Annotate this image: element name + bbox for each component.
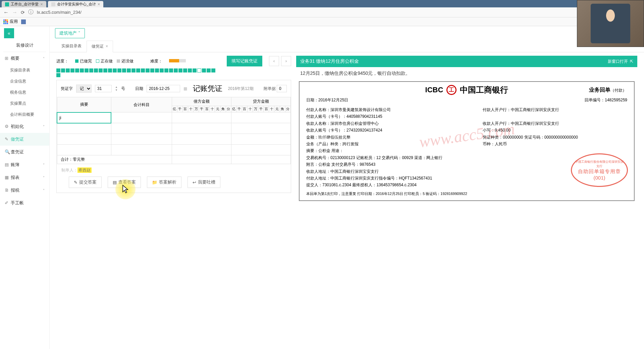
progress-block[interactable]	[155, 68, 159, 72]
progress-block[interactable]	[174, 68, 178, 72]
browser-tab-2[interactable]: 会计学堂实操中心_会计 ×	[48, 1, 104, 7]
close-icon[interactable]: ×	[40, 2, 43, 7]
sidebar-item-overview[interactable]: ⊞ 概要 ˄	[0, 52, 49, 65]
prev-button[interactable]: ‹	[269, 56, 279, 66]
progress-block[interactable]	[202, 68, 206, 72]
progress-block[interactable]	[80, 68, 84, 72]
reload-icon[interactable]: ⟳	[21, 10, 25, 15]
progress-block[interactable]	[56, 68, 60, 72]
collapse-sidebar-button[interactable]: «	[4, 28, 14, 38]
subject-cell-1[interactable]	[111, 112, 172, 123]
number-down-icon[interactable]: ▼	[115, 89, 118, 92]
date-label: 日期	[135, 86, 143, 92]
summary-input[interactable]	[58, 114, 110, 121]
feedback-button[interactable]: ↩我要吐槽	[187, 177, 220, 188]
progress-block[interactable]	[122, 68, 126, 72]
tab-catalog[interactable]: 实操目录表	[56, 40, 87, 52]
progress-block[interactable]	[141, 68, 145, 72]
col-credit: 贷方金额	[231, 97, 290, 106]
url-text[interactable]: lx.acc5.com/main_234/	[37, 10, 633, 15]
sidebar-sub-company[interactable]: 企业信息	[0, 76, 49, 87]
voucher-form: 凭证字 记 ▲ ▼ 号 日期 ▦ 记账凭证 2016年第12期 附单据	[56, 80, 291, 193]
progress-block[interactable]	[188, 68, 192, 72]
forward-icon[interactable]: →	[12, 9, 17, 15]
apps-button[interactable]: 应用	[3, 19, 18, 24]
sidebar-sub-catalog[interactable]: 实操目录表	[0, 65, 49, 76]
sidebar: « 装修设计 ⊞ 概要 ˄ 实操目录表 企业信息 税务信息 实操重点 会计科目概…	[0, 26, 50, 349]
debit-cell-1[interactable]	[172, 112, 231, 123]
progress-block[interactable]	[61, 68, 65, 72]
progress-block[interactable]	[211, 68, 215, 72]
close-icon[interactable]: ×	[98, 2, 100, 7]
voucher-prefix-select[interactable]: 记	[76, 85, 92, 93]
fill-voucher-button[interactable]: 填写记账凭证	[227, 56, 262, 66]
answer-analysis-button[interactable]: 📁答案解析	[147, 177, 181, 188]
summary-cell[interactable]	[57, 134, 111, 145]
tab-voucher[interactable]: 做凭证×	[87, 41, 113, 52]
browser-tab-1[interactable]: 工作台_会计学堂 ×	[2, 1, 46, 7]
progress-block[interactable]	[207, 68, 211, 72]
done-swatch	[75, 59, 78, 63]
progress-block[interactable]	[117, 68, 121, 72]
progress-block[interactable]	[94, 68, 98, 72]
submit-answer-button[interactable]: ✎提交答案	[69, 177, 102, 188]
sidebar-item-init[interactable]: ⚙ 初始化 ˅	[0, 120, 49, 133]
bank-receipt: www.acc5.com ICBC 工 中国工商银行 业务回单（付款） 日期：2…	[299, 81, 635, 201]
progress-block[interactable]	[136, 68, 140, 72]
voucher-number-input[interactable]	[95, 85, 112, 92]
progress-block[interactable]	[127, 68, 131, 72]
info-icon[interactable]: ⓘ	[28, 9, 34, 16]
progress-block[interactable]	[193, 68, 197, 72]
back-icon[interactable]: ←	[3, 9, 9, 15]
calendar-icon[interactable]: ▦	[183, 86, 187, 91]
sidebar-item-make-voucher[interactable]: ✎ 做凭证	[0, 133, 49, 146]
edit-icon: ✎	[74, 180, 77, 185]
progress-block[interactable]	[89, 68, 93, 72]
sidebar-item-search-voucher[interactable]: 🔍 查凭证	[0, 146, 49, 158]
progress-block[interactable]	[183, 68, 187, 72]
sidebar-sub-tax[interactable]: 税务信息	[0, 87, 49, 98]
apps-label: 应用	[10, 19, 18, 24]
progress-block[interactable]	[146, 68, 150, 72]
progress-block[interactable]	[113, 68, 117, 72]
progress-block[interactable]	[56, 73, 60, 77]
next-button[interactable]: ›	[281, 56, 291, 66]
progress-block[interactable]	[131, 68, 136, 72]
video-thumbnail[interactable]	[577, 0, 644, 47]
attach-count-input[interactable]	[277, 85, 287, 92]
open-new-window-button[interactable]: 新窗口打开 ⇱	[608, 59, 633, 64]
sidebar-item-tax-filing[interactable]: 🗎 报税 ˅	[0, 184, 49, 197]
progress-block[interactable]	[66, 68, 70, 72]
summary-cell-1[interactable]	[57, 112, 111, 123]
progress-block[interactable]	[85, 68, 89, 72]
progress-block[interactable]	[103, 68, 107, 72]
progress-block[interactable]	[99, 68, 103, 72]
progress-block[interactable]	[197, 68, 201, 72]
voucher-period: 2016年第12期	[228, 86, 254, 92]
industry-dropdown[interactable]: 建筑地产 ˅	[55, 28, 85, 38]
browser-tab-strip: 工作台_会计学堂 × 会计学堂实操中心_会计 ×	[0, 0, 644, 7]
progress-block[interactable]	[164, 68, 168, 72]
bookmark-icon[interactable]	[21, 19, 26, 24]
number-up-icon[interactable]: ▲	[115, 86, 118, 89]
doing-swatch	[96, 59, 99, 63]
progress-block[interactable]	[70, 68, 74, 72]
view-answer-button[interactable]: ▤查看答案	[108, 177, 141, 188]
sidebar-item-reports[interactable]: ▦ 报表 ˅	[0, 171, 49, 184]
progress-block[interactable]	[75, 68, 79, 72]
progress-block[interactable]	[178, 68, 182, 72]
progress-block[interactable]	[108, 68, 112, 72]
voucher-date-input[interactable]	[147, 85, 180, 92]
sidebar-item-manual-ledger[interactable]: ✐ 手工帐	[0, 197, 49, 209]
sidebar-sub-subjects[interactable]: 会计科目概要	[0, 109, 49, 120]
summary-cell[interactable]	[57, 123, 111, 134]
progress-block[interactable]	[160, 68, 164, 72]
sidebar-item-ledger[interactable]: ▤ 账簿 ˅	[0, 158, 49, 171]
progress-block[interactable]	[150, 68, 154, 72]
progress-block[interactable]	[169, 68, 173, 72]
difficulty-rating	[169, 59, 186, 63]
close-icon[interactable]: ×	[106, 44, 108, 49]
credit-cell-1[interactable]	[231, 112, 290, 123]
sidebar-sub-keypoints[interactable]: 实操重点	[0, 98, 49, 109]
summary-cell[interactable]	[57, 145, 111, 155]
